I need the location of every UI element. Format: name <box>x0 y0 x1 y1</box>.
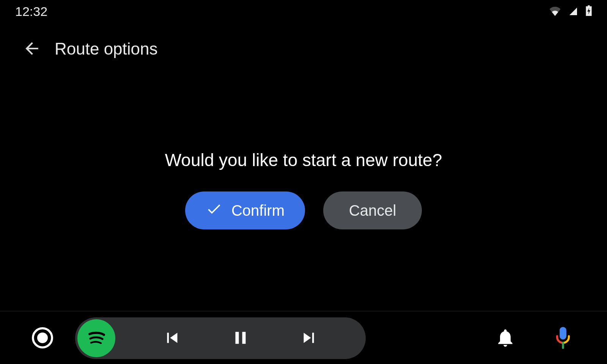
back-button[interactable] <box>21 38 42 60</box>
skip-next-icon <box>299 328 319 349</box>
page-title: Route options <box>55 39 158 58</box>
status-icons <box>549 4 592 19</box>
voice-assistant-button[interactable] <box>549 325 577 352</box>
cancel-button[interactable]: Cancel <box>323 191 422 229</box>
confirm-button[interactable]: Confirm <box>185 191 305 229</box>
bottom-right-group <box>492 325 577 352</box>
pause-icon <box>230 328 251 349</box>
cellular-icon <box>568 4 578 19</box>
svg-rect-1 <box>588 5 590 7</box>
svg-point-3 <box>37 333 48 343</box>
home-button[interactable] <box>30 326 55 350</box>
dialog-buttons: Confirm Cancel <box>185 191 422 229</box>
spotify-icon <box>84 326 109 351</box>
dialog-content: Would you like to start a new route? Con… <box>0 72 607 307</box>
svg-rect-4 <box>560 327 566 339</box>
status-time: 12:32 <box>15 4 47 19</box>
check-icon <box>206 201 222 221</box>
skip-previous-icon <box>162 328 182 349</box>
dialog-question: Would you like to start a new route? <box>165 150 442 170</box>
play-pause-button[interactable] <box>214 319 267 357</box>
bottom-bar <box>0 312 607 364</box>
battery-charging-icon <box>586 4 592 19</box>
wifi-icon <box>549 4 561 19</box>
status-bar: 12:32 <box>0 0 607 23</box>
cancel-label: Cancel <box>349 202 396 219</box>
arrow-back-icon <box>22 39 41 59</box>
media-controls <box>75 317 366 359</box>
previous-track-button[interactable] <box>146 319 199 357</box>
next-track-button[interactable] <box>282 319 335 357</box>
divider <box>0 311 607 311</box>
app-bar: Route options <box>0 32 607 66</box>
circle-icon <box>32 327 53 350</box>
mic-icon <box>553 326 573 351</box>
notifications-button[interactable] <box>492 325 519 352</box>
media-app-button[interactable] <box>77 319 115 357</box>
confirm-label: Confirm <box>231 202 285 219</box>
bell-icon <box>495 327 516 350</box>
